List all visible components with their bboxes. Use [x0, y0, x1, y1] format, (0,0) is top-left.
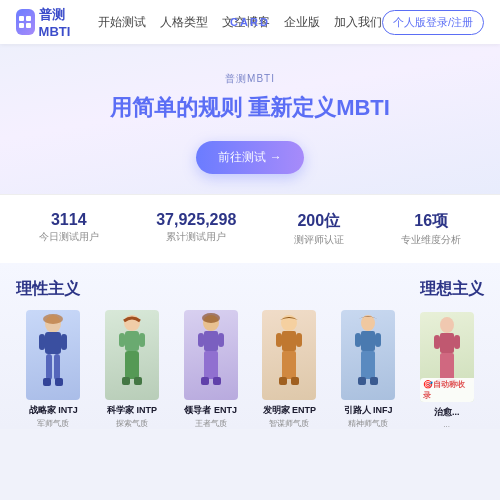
hero-subtitle: 普测MBTI: [20, 72, 480, 86]
stat-total-label: 累计测试用户: [156, 231, 236, 244]
svg-rect-6: [39, 334, 45, 350]
card-badge: CARD: [230, 16, 270, 28]
char-entp[interactable]: 发明家 ENTP 智谋师气质: [252, 310, 327, 429]
char-entj-name: 领导者 ENTJ: [184, 404, 237, 417]
svg-rect-19: [134, 377, 142, 385]
svg-rect-30: [276, 333, 282, 347]
char-intp[interactable]: 科学家 INTP 探索气质: [95, 310, 170, 429]
char-6-figure: 🎯自动称收录: [420, 312, 474, 402]
char-intj-info: 战略家 INTJ 军师气质: [29, 404, 78, 429]
char-entj[interactable]: 领导者 ENTJ 王者气质: [173, 310, 248, 429]
svg-rect-23: [218, 333, 224, 347]
char-entp-info: 发明家 ENTP 智谋师气质: [263, 404, 317, 429]
login-register-button[interactable]: 个人版登录/注册: [382, 10, 484, 35]
svg-rect-33: [279, 377, 287, 385]
svg-rect-14: [125, 331, 139, 351]
svg-rect-34: [291, 377, 299, 385]
char-6[interactable]: 🎯自动称收录 治愈... ...: [409, 312, 484, 429]
cta-button[interactable]: 前往测试 →: [196, 141, 303, 174]
char-intp-figure: [105, 310, 159, 400]
svg-rect-38: [375, 333, 381, 347]
svg-rect-44: [434, 335, 440, 349]
svg-rect-9: [54, 354, 60, 380]
left-header: 理性主义: [16, 279, 80, 300]
svg-point-35: [361, 315, 375, 331]
svg-rect-5: [45, 332, 61, 354]
nav-right: 个人版登录/注册: [382, 10, 484, 35]
svg-rect-32: [282, 351, 296, 379]
svg-rect-46: [440, 353, 454, 381]
char-entp-figure: [262, 310, 316, 400]
personality-headers: 理性主义 理想主义: [16, 279, 484, 300]
svg-rect-40: [358, 377, 366, 385]
svg-rect-29: [282, 331, 296, 351]
svg-rect-2: [19, 23, 24, 28]
personality-section: 理性主义 理想主义 战略家 INTJ 军师气质: [0, 263, 500, 429]
nav-link-enterprise[interactable]: 企业版: [284, 15, 320, 30]
char-intj-figure: [26, 310, 80, 400]
nav-link-types[interactable]: 人格类型: [160, 15, 208, 30]
svg-rect-22: [198, 333, 204, 347]
stat-today-users: 3114 今日测试用户: [39, 211, 99, 247]
logo-text: 普测MBTI: [39, 6, 80, 39]
char-infj[interactable]: 引路人 INFJ 精神师气质: [331, 310, 406, 429]
stat-dimensions-label: 专业维度分析: [401, 234, 461, 247]
svg-rect-21: [204, 331, 218, 351]
hero-section: 普测MBTI 用简单的规则 重新定义MBTI 前往测试 →: [0, 44, 500, 194]
nav-link-start[interactable]: 开始测试: [98, 15, 146, 30]
svg-rect-39: [361, 351, 375, 379]
svg-rect-45: [454, 335, 460, 349]
char-intp-info: 科学家 INTP 探索气质: [107, 404, 157, 429]
char-intj[interactable]: 战略家 INTJ 军师气质: [16, 310, 91, 429]
hero-title-part1: 用简单的规则: [110, 95, 242, 120]
char-entj-type: 王者气质: [184, 418, 237, 429]
watermark-badge: 🎯自动称收录: [420, 378, 474, 402]
stats-bar: 3114 今日测试用户 37,925,298 累计测试用户 200位 测评师认证…: [0, 194, 500, 263]
stat-dimensions: 16项 专业维度分析: [401, 211, 461, 247]
hero-title-part2: 重新定义MBTI: [242, 95, 390, 120]
logo-icon: [16, 9, 35, 35]
svg-rect-15: [119, 333, 125, 347]
svg-rect-16: [139, 333, 145, 347]
char-infj-info: 引路人 INFJ 精神师气质: [344, 404, 393, 429]
svg-rect-41: [370, 377, 378, 385]
char-intp-name: 科学家 INTP: [107, 404, 157, 417]
svg-rect-17: [125, 351, 139, 379]
char-intj-name: 战略家 INTJ: [29, 404, 78, 417]
stat-certified-label: 测评师认证: [294, 234, 344, 247]
nav-link-join[interactable]: 加入我们: [334, 15, 382, 30]
char-entp-name: 发明家 ENTP: [263, 404, 317, 417]
char-infj-figure: [341, 310, 395, 400]
svg-rect-24: [204, 351, 218, 379]
stat-dimensions-num: 16项: [401, 211, 461, 232]
svg-point-42: [440, 317, 454, 333]
char-entj-info: 领导者 ENTJ 王者气质: [184, 404, 237, 429]
stat-today-num: 3114: [39, 211, 99, 229]
char-6-type: ...: [434, 420, 460, 429]
char-intp-type: 探索气质: [107, 418, 157, 429]
stat-total-num: 37,925,298: [156, 211, 236, 229]
char-6-name: 治愈...: [434, 406, 460, 419]
char-infj-type: 精神师气质: [344, 418, 393, 429]
svg-rect-1: [26, 16, 31, 21]
svg-rect-7: [61, 334, 67, 350]
stat-today-label: 今日测试用户: [39, 231, 99, 244]
svg-rect-26: [213, 377, 221, 385]
svg-point-12: [43, 314, 63, 324]
svg-rect-36: [361, 331, 375, 351]
char-6-info: 治愈... ...: [434, 406, 460, 429]
svg-rect-31: [296, 333, 302, 347]
char-infj-name: 引路人 INFJ: [344, 404, 393, 417]
svg-rect-11: [55, 378, 63, 386]
char-intj-type: 军师气质: [29, 418, 78, 429]
svg-rect-8: [46, 354, 52, 380]
svg-rect-25: [201, 377, 209, 385]
stat-certified: 200位 测评师认证: [294, 211, 344, 247]
hero-title: 用简单的规则 重新定义MBTI: [20, 94, 480, 123]
svg-rect-43: [440, 333, 454, 353]
character-row: 战略家 INTJ 军师气质 科学家 INTP 探索气: [16, 310, 484, 429]
svg-rect-0: [19, 16, 24, 21]
svg-rect-18: [122, 377, 130, 385]
stat-total-users: 37,925,298 累计测试用户: [156, 211, 236, 247]
logo[interactable]: 普测MBTI: [16, 6, 80, 39]
